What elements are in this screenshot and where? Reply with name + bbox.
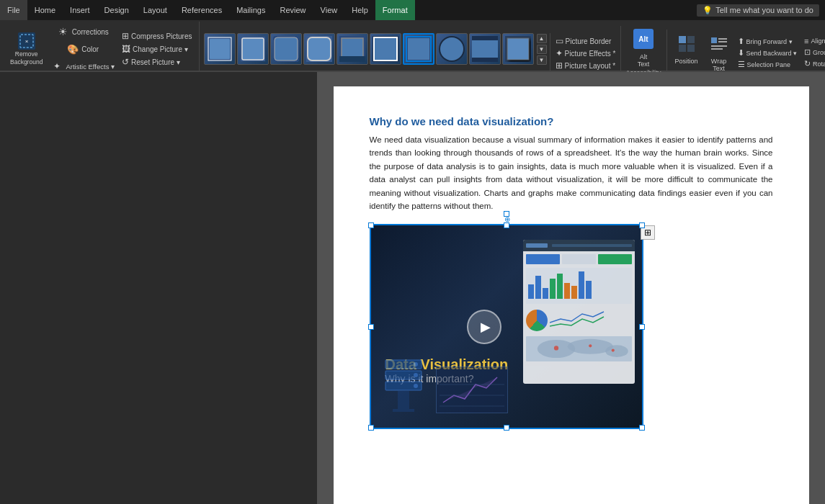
- dash-nav: [552, 244, 632, 247]
- picture-layout-button[interactable]: ⊞ Picture Layout *: [553, 60, 618, 71]
- svg-rect-45: [393, 409, 414, 412]
- scroll-down-button[interactable]: ▼: [537, 45, 547, 54]
- tab-layout[interactable]: Layout: [136, 0, 174, 20]
- picture-border-icon: ▭: [556, 36, 563, 46]
- picture-border-label: Picture Border: [566, 37, 612, 45]
- handle-top-left[interactable]: [368, 222, 374, 228]
- tab-insert[interactable]: Insert: [63, 0, 97, 20]
- deco-line-chart: [436, 366, 508, 413]
- svg-rect-44: [398, 391, 409, 409]
- corrections-label: Corrections: [72, 28, 109, 36]
- artistic-effects-label: Artistic Effects ▾: [66, 63, 115, 71]
- pic-style-1[interactable]: [204, 33, 236, 65]
- send-backward-icon: ⬇: [738, 48, 744, 58]
- compress-pictures-button[interactable]: ⊞ Compress Pictures: [120, 30, 194, 42]
- pic-style-9[interactable]: [469, 33, 501, 65]
- svg-rect-13: [339, 56, 365, 62]
- lightbulb-icon: 💡: [703, 6, 713, 15]
- change-picture-button[interactable]: 🖼 Change Picture ▾: [120, 43, 194, 55]
- dash-bar-chart: [526, 268, 632, 304]
- pic-style-7[interactable]: [403, 33, 434, 65]
- align-icon: ≡: [804, 37, 808, 45]
- tab-help[interactable]: Help: [344, 0, 375, 20]
- handle-bottom-left[interactable]: [368, 425, 374, 431]
- svg-rect-31: [679, 45, 686, 52]
- handle-middle-right[interactable]: [639, 324, 645, 330]
- corrections-button[interactable]: ☀ Corrections: [48, 24, 117, 40]
- color-button[interactable]: 🎨 Color: [48, 41, 117, 57]
- pic-style-10[interactable]: [502, 33, 534, 65]
- svg-text:×: ×: [24, 38, 28, 45]
- picture-effects-button[interactable]: ✦ Picture Effects *: [553, 48, 618, 59]
- wrap-text-label: WrapText: [711, 58, 726, 72]
- doc-sidebar: [0, 72, 317, 504]
- svg-rect-32: [687, 45, 695, 52]
- tab-view[interactable]: View: [313, 0, 345, 20]
- deco-server-icon: [382, 356, 425, 417]
- tab-mailings[interactable]: Mailings: [229, 0, 272, 20]
- play-button[interactable]: [467, 310, 501, 344]
- reset-icon: ↺: [122, 57, 129, 67]
- artistic-effects-icon: ✦: [50, 60, 63, 73]
- compress-icon: ⊞: [122, 31, 129, 41]
- alt-text-button[interactable]: Alt AltText: [629, 27, 658, 69]
- handle-rotate[interactable]: [504, 211, 509, 217]
- selection-pane-label: Selection Pane: [747, 61, 791, 68]
- group-button[interactable]: ⊡ Group ▾: [802, 47, 825, 58]
- scroll-up-button[interactable]: ▲: [537, 34, 547, 43]
- svg-point-41: [414, 362, 418, 366]
- reset-picture-button[interactable]: ↺ Reset Picture ▾: [120, 56, 194, 68]
- pic-style-3[interactable]: [270, 33, 302, 65]
- send-backward-button[interactable]: ⬇ Send Backward ▾: [736, 48, 800, 58]
- handle-top-center[interactable]: [504, 222, 509, 228]
- remove-background-button[interactable]: × RemoveBackground: [7, 31, 45, 66]
- alt-text-icon: Alt: [633, 29, 654, 53]
- pic-style-4[interactable]: [303, 33, 335, 65]
- tab-design[interactable]: Design: [97, 0, 136, 20]
- tell-me-text: Tell me what you want to do: [715, 6, 813, 14]
- dash-header: [523, 240, 635, 251]
- handle-middle-left[interactable]: [368, 324, 374, 330]
- color-icon: 🎨: [66, 42, 79, 55]
- svg-rect-33: [711, 37, 717, 43]
- color-label: Color: [81, 45, 99, 53]
- doc-main: Why do we need data visualization? We ne…: [317, 72, 825, 504]
- align-button[interactable]: ≡ Align ▾: [802, 36, 825, 46]
- send-backward-label: Send Backward ▾: [746, 50, 798, 57]
- bring-forward-button[interactable]: ⬆ Bring Forward ▾: [736, 36, 800, 47]
- svg-rect-30: [687, 36, 695, 43]
- svg-rect-10: [308, 37, 331, 60]
- pic-style-8[interactable]: [436, 33, 468, 65]
- selection-pane-icon: ☰: [738, 60, 745, 69]
- picture-border-button[interactable]: ▭ Picture Border: [553, 35, 618, 47]
- tab-format[interactable]: Format: [375, 0, 415, 20]
- video-thumbnail[interactable]: Data Visualization Why is it important?: [370, 224, 643, 429]
- pic-style-2[interactable]: [237, 33, 269, 65]
- svg-rect-26: [507, 38, 529, 60]
- rotate-icon: ↻: [804, 59, 811, 68]
- rotate-label: Rotate ▾: [813, 60, 825, 68]
- rotate-button[interactable]: ↻ Rotate ▾: [802, 58, 825, 69]
- selection-pane-button[interactable]: ☰ Selection Pane: [736, 59, 800, 70]
- pic-style-6[interactable]: [370, 33, 401, 65]
- handle-top-right[interactable]: [639, 222, 645, 228]
- scroll-more-button[interactable]: ▼: [537, 55, 547, 65]
- svg-rect-4: [210, 39, 230, 59]
- dash-donut-chart: [526, 310, 548, 331]
- tab-home[interactable]: Home: [27, 0, 63, 20]
- video-wrapper[interactable]: Data Visualization Why is it important?: [370, 222, 643, 429]
- tab-references[interactable]: References: [174, 0, 229, 20]
- svg-text:Alt: Alt: [638, 35, 648, 43]
- handle-bottom-center[interactable]: [504, 425, 509, 431]
- tell-me-box[interactable]: 💡 Tell me what you want to do: [697, 4, 819, 17]
- picture-effects-label: Picture Effects *: [565, 50, 616, 58]
- wrap-text-button[interactable]: WrapText: [705, 33, 733, 73]
- svg-rect-8: [275, 37, 298, 60]
- tab-review[interactable]: Review: [273, 0, 313, 20]
- dash-line-area: [550, 308, 632, 333]
- corrections-icon: ☀: [57, 25, 70, 38]
- tab-file[interactable]: File: [0, 0, 27, 20]
- position-button[interactable]: Position: [670, 33, 702, 66]
- pic-style-5[interactable]: [336, 33, 368, 65]
- handle-bottom-right[interactable]: [639, 425, 645, 431]
